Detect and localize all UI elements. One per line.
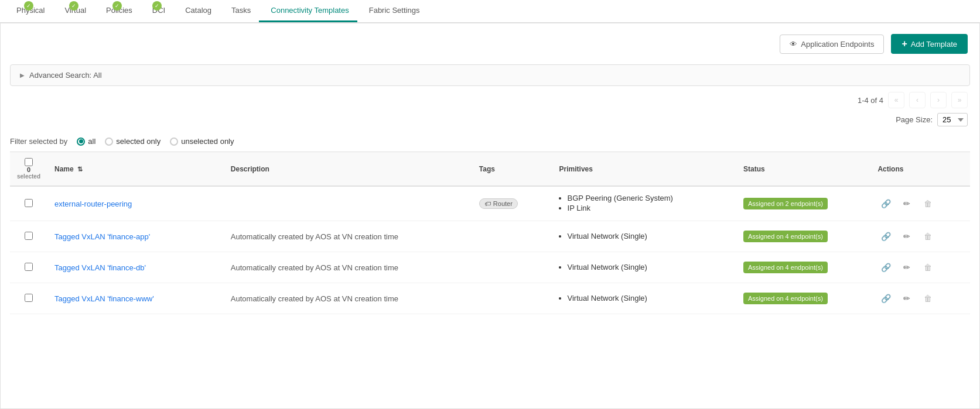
nav-tab-fabric-settings[interactable]: Fabric Settings bbox=[357, 0, 428, 22]
primitive-item: Virtual Network (Single) bbox=[568, 232, 729, 240]
tab-badge-policies: ✓ bbox=[112, 1, 122, 11]
actions-col-label: Actions bbox=[877, 165, 903, 173]
page-size-row: Page Size: 10 25 50 100 bbox=[1, 111, 979, 131]
row-description-3: Automatically created by AOS at VN creat… bbox=[224, 283, 472, 314]
table-row: Tagged VxLAN 'finance-www'Automatically … bbox=[10, 283, 970, 314]
tag-badge: 🏷 Router bbox=[479, 198, 518, 209]
tab-label-fabric-settings: Fabric Settings bbox=[369, 6, 420, 15]
nav-tab-policies[interactable]: ✓Policies bbox=[94, 0, 141, 22]
primitive-item: BGP Peering (Generic System) bbox=[568, 194, 729, 202]
filter-unselected-only[interactable]: unselected only bbox=[170, 137, 234, 146]
tab-label-tasks: Tasks bbox=[231, 6, 251, 15]
delete-icon-1[interactable]: 🗑 bbox=[920, 228, 936, 245]
next-page-button[interactable]: › bbox=[930, 92, 947, 108]
app-endpoints-button[interactable]: 👁 Application Endpoints bbox=[780, 35, 884, 54]
select-all-checkbox[interactable] bbox=[25, 158, 33, 166]
delete-icon-3[interactable]: 🗑 bbox=[920, 290, 936, 307]
filter-selected-label: selected only bbox=[116, 137, 161, 146]
th-name[interactable]: Name ⇅ bbox=[47, 152, 224, 187]
row-status-2: Assigned on 4 endpoint(s) bbox=[736, 252, 870, 283]
filter-label: Filter selected by bbox=[10, 137, 67, 146]
row-checkbox-0[interactable] bbox=[25, 199, 33, 207]
page-size-select[interactable]: 10 25 50 100 bbox=[937, 113, 968, 126]
row-actions-0: 🔗 ✏ 🗑 bbox=[870, 186, 970, 221]
toolbar: 👁 Application Endpoints + Add Template bbox=[1, 23, 979, 64]
nav-tab-dci[interactable]: ✓DCI bbox=[141, 0, 173, 22]
edit-icon-3[interactable]: ✏ bbox=[899, 290, 915, 307]
row-tags-2 bbox=[472, 252, 552, 283]
table-header-row: 0 selected Name ⇅ Description Tags bbox=[10, 152, 970, 187]
table-body: external-router-peering🏷 RouterBGP Peeri… bbox=[10, 186, 970, 314]
row-description-1: Automatically created by AOS at VN creat… bbox=[224, 221, 472, 252]
table-row: external-router-peering🏷 RouterBGP Peeri… bbox=[10, 186, 970, 221]
row-tags-1 bbox=[472, 221, 552, 252]
row-actions-3: 🔗 ✏ 🗑 bbox=[870, 283, 970, 314]
table-row: Tagged VxLAN 'finance-db'Automatically c… bbox=[10, 252, 970, 283]
add-template-button[interactable]: + Add Template bbox=[891, 34, 968, 54]
row-name-link-3[interactable]: Tagged VxLAN 'finance-www' bbox=[54, 294, 154, 303]
advanced-search-bar[interactable]: ▶ Advanced Search: All bbox=[10, 64, 970, 86]
filter-bar: Filter selected by all selected only uns… bbox=[1, 131, 979, 149]
name-col-label: Name bbox=[54, 165, 74, 173]
tag-icon: 🏷 bbox=[484, 200, 491, 207]
row-checkbox-1[interactable] bbox=[25, 232, 33, 240]
chevron-right-icon: ▶ bbox=[20, 72, 25, 78]
tab-badge-dci: ✓ bbox=[152, 1, 162, 11]
nav-tab-tasks[interactable]: Tasks bbox=[220, 0, 259, 22]
th-primitives: Primitives bbox=[552, 152, 736, 187]
last-page-button[interactable]: » bbox=[951, 92, 968, 108]
link-icon-3[interactable]: 🔗 bbox=[877, 290, 894, 307]
primitives-col-label: Primitives bbox=[559, 165, 593, 173]
link-icon-1[interactable]: 🔗 bbox=[877, 228, 894, 245]
row-checkbox-2[interactable] bbox=[25, 263, 33, 271]
row-name-link-2[interactable]: Tagged VxLAN 'finance-db' bbox=[54, 263, 146, 272]
page-info: 1-4 of 4 bbox=[858, 96, 883, 105]
th-tags: Tags bbox=[472, 152, 552, 187]
row-status-0: Assigned on 2 endpoint(s) bbox=[736, 186, 870, 221]
status-badge: Assigned on 2 endpoint(s) bbox=[743, 198, 828, 209]
row-name-link-0[interactable]: external-router-peering bbox=[54, 200, 132, 208]
row-description-0 bbox=[224, 186, 472, 221]
primitive-item: IP Link bbox=[568, 204, 729, 212]
filter-all-label: all bbox=[88, 137, 95, 146]
edit-icon-1[interactable]: ✏ bbox=[899, 228, 915, 245]
row-description-2: Automatically created by AOS at VN creat… bbox=[224, 252, 472, 283]
radio-selected-indicator bbox=[105, 138, 113, 146]
nav-tab-physical[interactable]: ✓Physical bbox=[5, 0, 53, 22]
first-page-button[interactable]: « bbox=[888, 92, 904, 108]
connectivity-templates-table: 0 selected Name ⇅ Description Tags bbox=[10, 152, 970, 314]
primitive-item: Virtual Network (Single) bbox=[568, 294, 729, 303]
edit-icon-2[interactable]: ✏ bbox=[899, 259, 915, 276]
select-header: 0 selected bbox=[17, 158, 40, 180]
delete-icon-2[interactable]: 🗑 bbox=[920, 259, 936, 276]
row-checkbox-3[interactable] bbox=[25, 294, 33, 302]
nav-tab-virtual[interactable]: ✓Virtual bbox=[53, 0, 94, 22]
tab-badge-physical: ✓ bbox=[24, 1, 33, 11]
edit-icon-0[interactable]: ✏ bbox=[899, 195, 915, 212]
status-badge: Assigned on 4 endpoint(s) bbox=[743, 231, 828, 242]
advanced-search-label: Advanced Search: All bbox=[29, 71, 102, 80]
th-status: Status bbox=[736, 152, 870, 187]
table-row: Tagged VxLAN 'finance-app'Automatically … bbox=[10, 221, 970, 252]
filter-selected-only[interactable]: selected only bbox=[105, 137, 161, 146]
link-icon-0[interactable]: 🔗 bbox=[877, 195, 894, 212]
row-actions-1: 🔗 ✏ 🗑 bbox=[870, 221, 970, 252]
prev-page-button[interactable]: ‹ bbox=[909, 92, 926, 108]
row-primitives-2: Virtual Network (Single) bbox=[552, 252, 736, 283]
delete-icon-0[interactable]: 🗑 bbox=[920, 195, 936, 212]
th-select-all: 0 selected bbox=[10, 152, 47, 187]
th-actions: Actions bbox=[870, 152, 970, 187]
app-endpoints-label: Application Endpoints bbox=[801, 40, 874, 49]
tab-label-catalog: Catalog bbox=[185, 6, 211, 15]
primitive-item: Virtual Network (Single) bbox=[568, 263, 729, 271]
link-icon-2[interactable]: 🔗 bbox=[877, 259, 894, 276]
top-navigation: ✓Physical✓Virtual✓Policies✓DCICatalogTas… bbox=[0, 0, 980, 23]
table-wrapper: 0 selected Name ⇅ Description Tags bbox=[1, 152, 979, 324]
status-badge: Assigned on 4 endpoint(s) bbox=[743, 293, 828, 304]
row-name-link-1[interactable]: Tagged VxLAN 'finance-app' bbox=[54, 232, 150, 241]
selected-text: selected bbox=[17, 173, 40, 180]
filter-all[interactable]: all bbox=[77, 137, 95, 146]
nav-tab-connectivity-templates[interactable]: Connectivity Templates bbox=[259, 0, 357, 22]
nav-tab-catalog[interactable]: Catalog bbox=[173, 0, 220, 22]
plus-icon: + bbox=[902, 39, 907, 49]
